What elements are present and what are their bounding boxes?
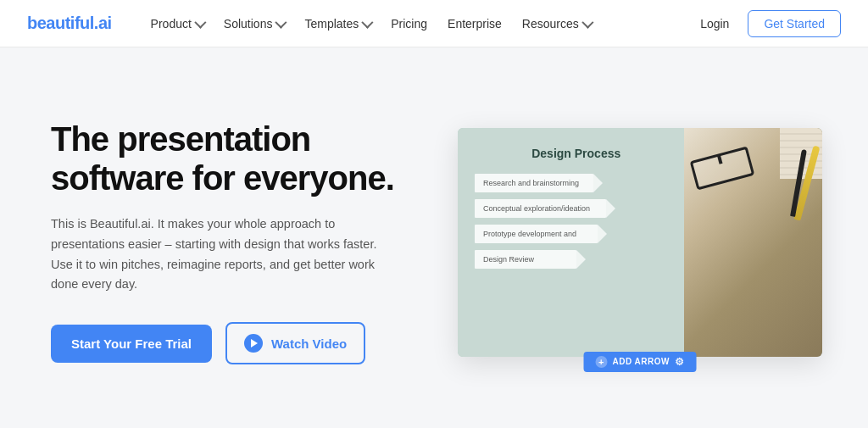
hero-left: The presentation software for everyone. … — [51, 120, 424, 365]
nav-links: Product Solutions Templates Pricing Ente… — [142, 12, 693, 36]
nav-item-solutions[interactable]: Solutions — [215, 12, 293, 36]
chevron-down-icon — [581, 16, 593, 28]
nav-item-enterprise[interactable]: Enterprise — [439, 12, 510, 36]
nav-right: Login Get Started — [692, 10, 841, 37]
get-started-button[interactable]: Get Started — [748, 10, 841, 37]
hero-section: The presentation software for everyone. … — [0, 47, 868, 428]
slide-mockup: Design Process Research and brainstormin… — [458, 128, 822, 357]
arrow-shape-3: Prototype development and — [475, 225, 598, 243]
play-icon — [244, 334, 263, 353]
logo-dot: . — [94, 14, 98, 32]
add-arrow-bar[interactable]: + ADD ARROW ⚙ — [584, 352, 697, 372]
slide-photo — [684, 128, 822, 357]
arrow-shape-2: Conceptual exploration/ideation — [475, 199, 606, 218]
slide-title: Design Process — [475, 147, 678, 160]
logo-text: beautiful.ai — [27, 14, 112, 32]
arrow-shape-1: Research and brainstorming — [475, 174, 593, 192]
watch-video-button[interactable]: Watch Video — [225, 322, 365, 364]
chevron-down-icon — [362, 16, 374, 28]
hero-heading: The presentation software for everyone. — [51, 120, 424, 197]
start-trial-button[interactable]: Start Your Free Trial — [51, 325, 212, 363]
chevron-down-icon — [194, 16, 206, 28]
photo-glasses-icon — [689, 146, 754, 190]
hero-buttons: Start Your Free Trial Watch Video — [51, 322, 424, 364]
play-triangle — [251, 339, 258, 347]
logo[interactable]: beautiful.ai — [27, 14, 112, 33]
arrow-row-1: Research and brainstorming — [475, 174, 678, 192]
nav-item-product[interactable]: Product — [142, 12, 212, 36]
hero-right: Design Process Research and brainstormin… — [458, 128, 822, 357]
chevron-down-icon — [275, 16, 287, 28]
arrow-row-4: Design Review — [475, 250, 678, 269]
login-button[interactable]: Login — [692, 12, 737, 36]
slide-inner: Design Process Research and brainstormin… — [458, 128, 695, 357]
hero-subtext: This is Beautiful.ai. It makes your whol… — [51, 214, 390, 296]
arrow-row-3: Prototype development and — [475, 225, 678, 243]
nav-item-pricing[interactable]: Pricing — [382, 12, 436, 36]
navigation: beautiful.ai Product Solutions Templates… — [0, 0, 868, 47]
gear-icon: ⚙ — [675, 356, 685, 368]
plus-icon: + — [596, 356, 608, 368]
arrow-row-2: Conceptual exploration/ideation — [475, 199, 678, 218]
arrow-shape-4: Design Review — [475, 250, 576, 269]
nav-item-resources[interactable]: Resources — [514, 12, 599, 36]
nav-item-templates[interactable]: Templates — [296, 12, 379, 36]
